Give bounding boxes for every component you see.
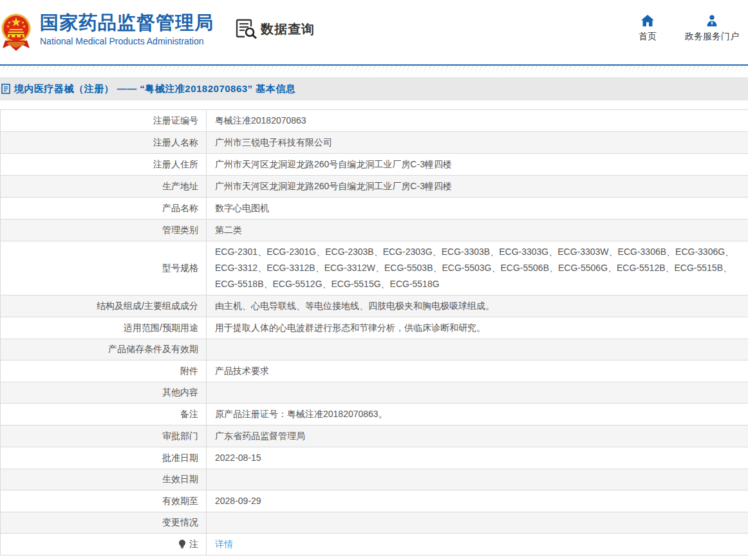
details-link[interactable]: 详情 (215, 536, 233, 552)
row-label: 型号规格 (162, 263, 198, 274)
table-row: 产品名称 数字心电图机 (1, 198, 748, 219)
row-value: 2028-09-29 (215, 493, 261, 509)
row-label-cell: 适用范围/预期用途 (1, 317, 207, 339)
table-row: 生效日期 (1, 469, 748, 490)
row-label-cell: 注 (1, 534, 207, 555)
table-row: 结构及组成/主要组成成分 由主机、心电导联线、等电位接地线、四肢电极夹和胸电极吸… (1, 295, 748, 317)
row-label-cell: 型号规格 (1, 241, 207, 295)
row-value: 广东省药品监督管理局 (215, 428, 305, 444)
row-value-cell: 广州市天河区龙洞迎龙路260号自编龙洞工业厂房C-3幢四楼 (207, 154, 748, 175)
row-value: 2022-08-15 (215, 450, 261, 466)
row-label-cell: 批准日期 (1, 447, 207, 469)
row-value: 原产品注册证号：粤械注准20182070863。 (215, 406, 388, 422)
header-nav: 首页 政务服务门户 (639, 15, 739, 42)
row-value-cell: 2028-09-29 (207, 490, 748, 512)
row-label-cell: 产品储存条件及有效期 (1, 339, 207, 360)
site-header: 国家药品监督管理局 National Medical Products Admi… (0, 0, 748, 64)
row-value-cell (207, 512, 748, 533)
section-label: 数据查询 (261, 21, 315, 38)
row-label-cell: 注册证编号 (1, 110, 207, 131)
row-label: 备注 (180, 409, 198, 420)
row-label-cell: 有效期至 (1, 490, 207, 512)
row-value-cell: 2022-08-15 (207, 447, 748, 469)
table-row: 变更情况 (1, 512, 748, 534)
row-value-cell: 由主机、心电导联线、等电位接地线、四肢电极夹和胸电极吸球组成。 (207, 295, 748, 317)
breadcrumb: 境内医疗器械（注册） —— “粤械注准20182070863” 基本信息 (0, 77, 748, 100)
logo-text: 国家药品监督管理局 National Medical Products Admi… (40, 11, 214, 46)
row-value: 数字心电图机 (215, 200, 269, 216)
nav-home[interactable]: 首页 (639, 15, 657, 42)
row-value-cell: 详情 (207, 534, 748, 555)
page-title: 境内医疗器械（注册） —— “粤械注准20182070863” 基本信息 (14, 83, 295, 95)
table-row: 注 详情 (1, 534, 748, 555)
row-label: 生效日期 (162, 474, 198, 485)
row-label-cell: 审批部门 (1, 425, 207, 447)
row-label: 产品名称 (162, 203, 198, 214)
row-value: 广州市天河区龙洞迎龙路260号自编龙洞工业厂房C-3幢四楼 (215, 156, 452, 173)
row-label: 其他内容 (162, 387, 198, 398)
row-label: 变更情况 (162, 517, 198, 528)
row-value: ECG-2301、ECG-2301G、ECG-2303B、ECG-2303G、E… (215, 244, 742, 292)
row-label: 注册人住所 (153, 159, 198, 171)
row-value-cell: 广东省药品监督管理局 (207, 425, 748, 447)
national-emblem-logo (1, 7, 31, 56)
table-row: 注册人名称 广州市三锐电子科技有限公司 (1, 132, 748, 154)
row-value-cell: 第二类 (207, 219, 748, 241)
table-row: 审批部门 广东省药品监督管理局 (1, 425, 748, 447)
row-label-cell: 管理类别 (1, 219, 207, 241)
row-label-cell: 注册人名称 (1, 132, 207, 153)
nav-portal[interactable]: 政务服务门户 (685, 15, 739, 42)
row-label-cell: 生效日期 (1, 469, 207, 490)
doc-search-icon (234, 18, 257, 40)
row-value: 用于提取人体的心电波群进行形态和节律分析，供临床诊断和研究。 (215, 320, 485, 336)
row-label-cell: 变更情况 (1, 512, 207, 533)
row-label: 批准日期 (162, 453, 198, 464)
row-value: 粤械注准20182070863 (215, 113, 306, 129)
row-value: 广州市天河区龙洞迎龙路260号自编龙洞工业厂房C-3幢四楼 (215, 178, 452, 194)
section-title: 数据查询 (234, 18, 315, 40)
row-value-cell: 粤械注准20182070863 (207, 110, 748, 131)
row-label-cell: 结构及组成/主要组成成分 (1, 295, 207, 317)
row-value-cell: 产品技术要求 (207, 360, 748, 382)
table-row: 注册证编号 粤械注准20182070863 (1, 110, 748, 132)
row-value-cell: 数字心电图机 (207, 198, 748, 219)
bulb-icon (178, 539, 186, 549)
row-label-cell: 生产地址 (1, 176, 207, 197)
row-value: 第二类 (215, 222, 242, 238)
row-value: 广州市三锐电子科技有限公司 (215, 135, 332, 151)
row-value-cell: 广州市天河区龙洞迎龙路260号自编龙洞工业厂房C-3幢四楼 (207, 176, 748, 197)
doc-icon (1, 84, 10, 94)
row-label: 生产地址 (162, 181, 198, 192)
home-icon (641, 15, 654, 26)
row-label-cell: 其他内容 (1, 382, 207, 403)
row-value: 由主机、心电导联线、等电位接地线、四肢电极夹和胸电极吸球组成。 (215, 298, 494, 314)
table-row: 产品储存条件及有效期 (1, 339, 748, 360)
row-label: 有效期至 (162, 496, 198, 507)
row-label: 结构及组成/主要组成成分 (97, 301, 198, 312)
table-row: 备注 原产品注册证号：粤械注准20182070863。 (1, 404, 748, 425)
row-value-cell (207, 469, 748, 490)
table-row: 管理类别 第二类 (1, 219, 748, 241)
row-label: 注册人名称 (153, 137, 198, 149)
user-icon (706, 15, 718, 26)
row-value-cell: 原产品注册证号：粤械注准20182070863。 (207, 404, 748, 425)
row-label: 审批部门 (162, 431, 198, 442)
table-row: 生产地址 广州市天河区龙洞迎龙路260号自编龙洞工业厂房C-3幢四楼 (1, 176, 748, 198)
row-label-cell: 产品名称 (1, 198, 207, 219)
site-title: 国家药品监督管理局 (40, 11, 214, 34)
row-label-cell: 附件 (1, 360, 207, 382)
table-row: 注册人住所 广州市天河区龙洞迎龙路260号自编龙洞工业厂房C-3幢四楼 (1, 154, 748, 176)
table-row: 批准日期 2022-08-15 (1, 447, 748, 469)
row-label: 注 (189, 539, 198, 550)
row-value-cell: 用于提取人体的心电波群进行形态和节律分析，供临床诊断和研究。 (207, 317, 748, 339)
row-label: 附件 (180, 366, 198, 377)
table-row: 附件 产品技术要求 (1, 360, 748, 382)
row-value-cell: 广州市三锐电子科技有限公司 (207, 132, 748, 153)
row-label: 注册证编号 (153, 115, 198, 127)
row-label-cell: 注册人住所 (1, 154, 207, 175)
row-label-cell: 备注 (1, 404, 207, 425)
table-row: 有效期至 2028-09-29 (1, 490, 748, 512)
nav-home-label: 首页 (639, 31, 657, 42)
row-value: 产品技术要求 (215, 363, 269, 379)
row-label: 适用范围/预期用途 (124, 322, 198, 334)
